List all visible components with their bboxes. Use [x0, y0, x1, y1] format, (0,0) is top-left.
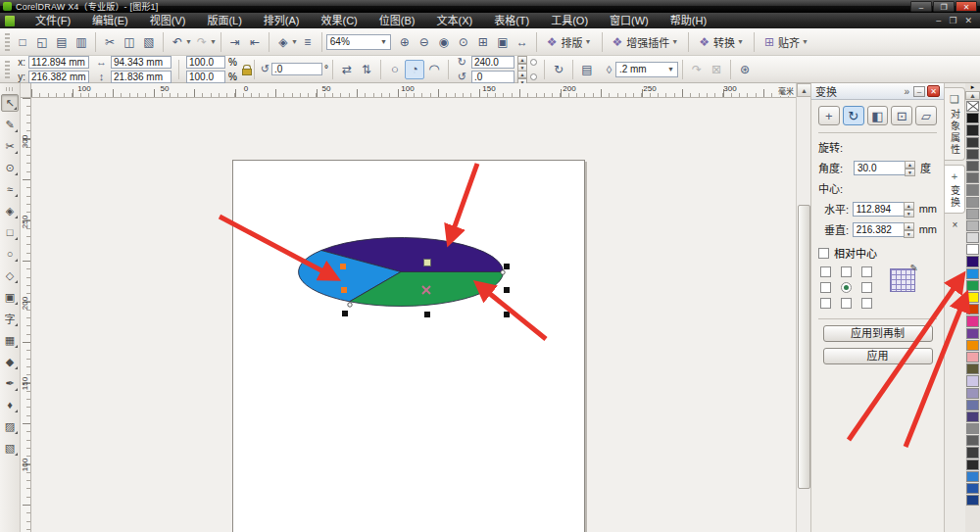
toolbar-grip[interactable] — [5, 33, 10, 51]
spinner[interactable]: ▲▼ — [904, 202, 914, 217]
anchor-cell-8[interactable] — [861, 298, 872, 309]
toolbar-grip[interactable] — [5, 61, 10, 78]
anchor-cell-6[interactable] — [820, 298, 831, 309]
color-swatch[interactable] — [966, 161, 979, 171]
smart-fill-tool[interactable]: ◈ — [1, 202, 19, 219]
convert-to-curves-button[interactable]: ⊛ — [735, 60, 755, 79]
color-swatch[interactable] — [966, 363, 979, 374]
spinner[interactable]: ▲▼ — [904, 222, 914, 237]
color-swatch[interactable] — [966, 304, 979, 314]
zoom-tool[interactable]: ⊙ — [1, 159, 19, 176]
restore-button[interactable]: ❐ — [933, 1, 955, 12]
horizontal-ruler[interactable]: 毫米 10050050100150200250300 — [31, 83, 796, 98]
color-swatch[interactable] — [966, 423, 979, 434]
pie-end-angle-field[interactable]: .0 — [471, 71, 514, 83]
color-swatch[interactable] — [966, 495, 979, 506]
minimize-button[interactable]: – — [910, 1, 932, 12]
freehand-tool[interactable]: ≈ — [1, 180, 19, 198]
doc-close-button[interactable]: ✕ — [964, 16, 972, 25]
menu-编辑(E)[interactable]: 编辑(E) — [81, 13, 139, 28]
copy-button[interactable]: ◫ — [120, 32, 139, 52]
save-button[interactable]: ▤ — [52, 32, 72, 52]
color-swatch[interactable] — [966, 459, 979, 470]
import-button[interactable]: ⇥ — [225, 32, 245, 52]
size-button[interactable]: ⊡ — [891, 106, 912, 125]
color-swatch[interactable] — [966, 244, 979, 255]
scrollbar-thumb[interactable] — [798, 205, 810, 489]
lock-ratio-icon[interactable] — [242, 65, 250, 73]
relative-center-checkbox[interactable] — [818, 248, 829, 259]
color-swatch[interactable] — [966, 328, 979, 339]
scroll-up-button[interactable]: ▲ — [797, 83, 811, 97]
y-position-field[interactable]: 216.382 mm — [28, 71, 89, 83]
pie-start-angle-field[interactable]: 240.0 — [471, 56, 514, 69]
color-swatch[interactable] — [966, 220, 979, 231]
mirror-horizontal-button[interactable]: ⇄ — [337, 60, 357, 79]
pick-tool[interactable]: ↖ — [1, 94, 19, 112]
color-swatch[interactable] — [966, 292, 979, 303]
ruler-origin[interactable] — [21, 83, 31, 98]
position-button[interactable]: + — [818, 106, 840, 125]
object-height-field[interactable]: 21.836 mm — [111, 71, 172, 83]
chevron-down-icon[interactable]: ▼ — [185, 38, 192, 45]
zoom-in-button[interactable]: ⊕ — [395, 32, 415, 52]
shape-tool[interactable]: ✎ — [1, 116, 19, 133]
color-swatch[interactable] — [966, 113, 979, 123]
color-swatch[interactable] — [966, 268, 979, 279]
horizontal-center-field[interactable]: 112.894 — [853, 202, 904, 217]
menu-帮助(H)[interactable]: 帮助(H) — [660, 13, 717, 28]
snap-button[interactable]: ⊞贴齐▼ — [759, 32, 814, 52]
outline-width-combo[interactable]: .2 mm ▼ — [615, 62, 678, 77]
zoom-page-button[interactable]: ▣ — [493, 32, 513, 52]
anchor-cell-0[interactable] — [820, 266, 831, 277]
selection-handle[interactable] — [424, 312, 430, 317]
selection-handle[interactable] — [504, 287, 510, 293]
open-button[interactable]: ◱ — [32, 32, 52, 52]
text-tool[interactable]: 字 — [1, 310, 19, 327]
anchor-cell-3[interactable] — [820, 282, 831, 293]
chevron-down-icon[interactable]: ▼ — [291, 38, 298, 45]
spinner[interactable]: ▲▼ — [905, 161, 915, 175]
rotate-button[interactable]: ↻ — [843, 106, 864, 125]
toolbox-grip[interactable] — [6, 87, 15, 91]
tab-object-properties[interactable]: ❏对象属性 — [945, 87, 965, 161]
zoom-selected-button[interactable]: ⊙ — [454, 32, 473, 52]
zoom-all-button[interactable]: ⊞ — [473, 32, 493, 52]
docker-close-button[interactable]: ✕ — [927, 85, 940, 97]
pie-mode-button[interactable]: ◔ — [405, 60, 424, 79]
direction-radio[interactable] — [530, 73, 537, 80]
direction-radio[interactable] — [530, 59, 537, 66]
application-launcher-button[interactable]: ◈ — [273, 32, 293, 52]
change-direction-button[interactable]: ↻ — [549, 60, 568, 79]
menu-窗口(W)[interactable]: 窗口(W) — [599, 13, 660, 28]
color-swatch[interactable] — [966, 124, 979, 135]
vertical-ruler[interactable]: 300250200150100 — [21, 98, 31, 532]
color-swatch[interactable] — [966, 447, 979, 458]
redo-button[interactable]: ↷ — [192, 32, 212, 52]
collapse-icon[interactable]: » — [904, 86, 909, 97]
no-color-swatch[interactable] — [966, 101, 979, 112]
tab-transform[interactable]: +变换 — [945, 165, 965, 214]
pie-node[interactable] — [501, 270, 505, 274]
selection-handle[interactable] — [342, 311, 348, 316]
outline-tool[interactable]: ♦ — [1, 396, 19, 413]
color-swatch[interactable] — [966, 280, 979, 291]
close-button[interactable]: ✕ — [956, 1, 977, 12]
menu-表格(T)[interactable]: 表格(T) — [483, 13, 540, 28]
color-swatch[interactable] — [966, 137, 979, 148]
menu-视图(V)[interactable]: 视图(V) — [139, 13, 197, 28]
apply-button[interactable]: 应用 — [823, 348, 933, 364]
color-swatch[interactable] — [966, 352, 979, 363]
menu-工具(O)[interactable]: 工具(O) — [540, 13, 599, 28]
to-front-button[interactable]: ↷ — [687, 60, 707, 79]
zoom-one-to-one-button[interactable]: ◉ — [434, 32, 454, 52]
menu-效果(C)[interactable]: 效果(C) — [311, 13, 368, 28]
anchor-cell-7[interactable] — [841, 298, 852, 309]
layout-button[interactable]: ❖排版▼ — [541, 32, 598, 52]
anchor-cell-4[interactable] — [841, 282, 852, 293]
color-swatch[interactable] — [966, 209, 979, 219]
convert-button[interactable]: ❖转换▼ — [693, 32, 750, 52]
color-swatch[interactable] — [966, 197, 979, 208]
mirror-vertical-button[interactable]: ⇅ — [357, 60, 376, 79]
plugins-button[interactable]: ❖增强插件▼ — [607, 32, 685, 52]
